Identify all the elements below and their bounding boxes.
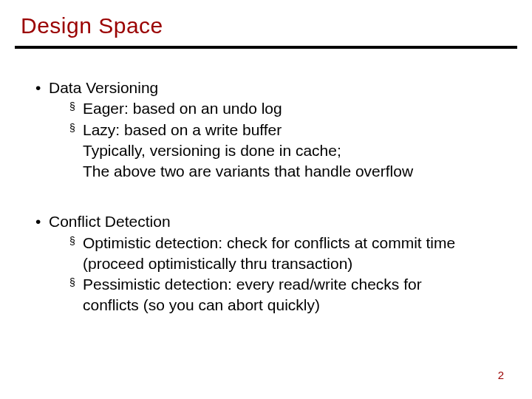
square-bullet-icon: §: [69, 100, 75, 114]
level2-item: § Eager: based on an undo log: [35, 99, 497, 118]
level2-item: § Pessimistic detection: every read/writ…: [35, 275, 497, 294]
level2-text: (proceed optimistically thru transaction…: [83, 255, 352, 272]
level2-text: Lazy: based on a write buffer: [83, 121, 282, 138]
level1-item: • Conflict Detection: [35, 212, 497, 231]
level2-continuation: conflicts (so you can abort quickly): [35, 296, 497, 315]
bullet-group-1: • Conflict Detection § Optimistic detect…: [35, 212, 497, 315]
level1-text: Conflict Detection: [49, 213, 171, 230]
level2-continuation: The above two are variants that handle o…: [35, 162, 497, 181]
bullet-icon: •: [35, 78, 41, 98]
square-bullet-icon: §: [69, 235, 75, 248]
slide-body: • Data Versioning § Eager: based on an u…: [0, 49, 532, 316]
title-wrap: Design Space: [0, 0, 532, 41]
level2-continuation: Typically, versioning is done in cache;: [35, 141, 497, 160]
bullet-icon: •: [35, 212, 41, 231]
level2-item: § Optimistic detection: check for confli…: [35, 233, 497, 253]
bullet-group-0: • Data Versioning § Eager: based on an u…: [35, 78, 497, 181]
level2-continuation: (proceed optimistically thru transaction…: [35, 254, 497, 273]
level2-text: Optimistic detection: check for conflict…: [83, 234, 455, 251]
level2-text: Eager: based on an undo log: [83, 100, 282, 117]
level2-item: § Lazy: based on a write buffer: [35, 120, 497, 140]
page-number: 2: [498, 369, 504, 381]
level1-item: • Data Versioning: [35, 78, 497, 98]
level2-text: Pessimistic detection: every read/write …: [83, 276, 422, 293]
level2-text: The above two are variants that handle o…: [83, 163, 413, 180]
square-bullet-icon: §: [69, 276, 75, 290]
square-bullet-icon: §: [69, 122, 75, 135]
slide: Design Space • Data Versioning § Eager: …: [0, 0, 532, 399]
level2-text: conflicts (so you can abort quickly): [83, 296, 320, 313]
slide-title: Design Space: [21, 13, 163, 38]
level2-text: Typically, versioning is done in cache;: [83, 142, 341, 159]
level1-text: Data Versioning: [49, 79, 158, 96]
